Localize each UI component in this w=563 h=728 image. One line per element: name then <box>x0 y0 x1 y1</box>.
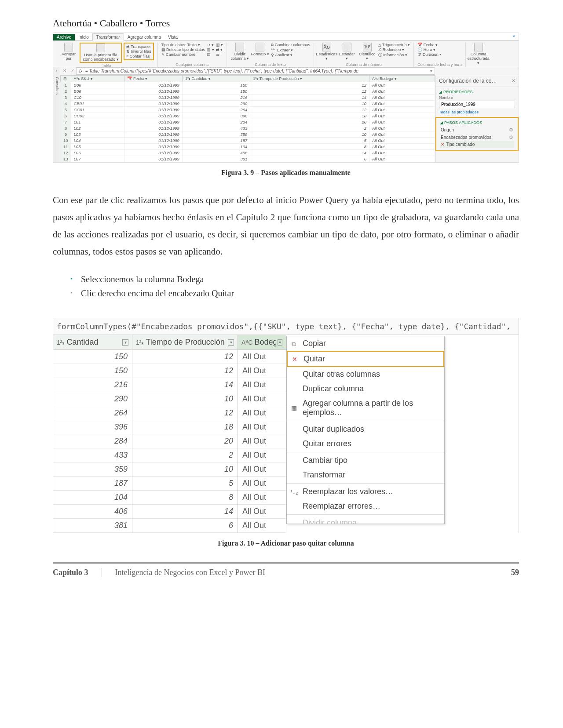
information-button[interactable]: ⓘ Información ▾ <box>378 52 410 58</box>
dropdown-icon[interactable]: ▾ <box>122 339 128 346</box>
use-first-row-button[interactable]: Usar la primera fila como encabezado ▾ <box>80 43 122 63</box>
header-tiempo[interactable]: 1²₃ Tiempo de Producción▾ <box>132 335 238 350</box>
cell[interactable]: 381 <box>53 519 132 533</box>
cell[interactable]: All Out <box>238 378 286 392</box>
menu-reemplazar-errores[interactable]: Reemplazar errores… <box>287 499 444 513</box>
cell[interactable]: 104 <box>53 491 132 505</box>
header-cantidad[interactable]: 1²₃ Cantidad▾ <box>53 335 132 350</box>
detect-type-button[interactable]: ▦ Detectar tipo de datos <box>161 47 205 52</box>
cell[interactable]: All Out <box>238 477 286 491</box>
table-row[interactable]: 1B0601/12/199915012All Out <box>61 82 435 88</box>
data-type-button[interactable]: Tipo de datos: Texto ▾ <box>161 43 205 47</box>
menu-copiar[interactable]: ⧉Copiar <box>287 336 444 351</box>
step-encabezados[interactable]: Encabezados promovidos⚙ <box>440 134 514 141</box>
table-row[interactable]: 10L0401/12/19991875All Out <box>61 138 435 144</box>
cell[interactable]: All Out <box>238 434 286 448</box>
menu-quitar[interactable]: ✕Quitar <box>287 351 444 367</box>
menu-transformar[interactable]: Transformar <box>287 468 444 482</box>
table-row[interactable]: 6CC0201/12/199939618All Out <box>61 113 435 119</box>
cell[interactable]: 433 <box>53 448 132 462</box>
cell[interactable]: 359 <box>53 462 132 477</box>
cell[interactable]: 406 <box>53 505 132 519</box>
col-cantidad[interactable]: 1²₃ Cantidad ▾ <box>182 76 250 82</box>
format-button[interactable]: Formato ▾ <box>251 43 269 57</box>
tab-transformar[interactable]: Transformar <box>92 33 124 41</box>
table-row[interactable]: 2B0601/12/199915012All Out <box>61 88 435 95</box>
cell[interactable]: All Out <box>238 505 286 519</box>
standard-button[interactable]: Estándar ▾ <box>338 43 356 61</box>
formula-bar[interactable]: fx = Table.TransformColumnTypes(#"Encabe… <box>76 67 435 75</box>
cell[interactable]: 264 <box>53 406 132 420</box>
close-pane-icon[interactable]: × <box>512 78 515 84</box>
header-bodega[interactable]: AᴮC Bodega▾ <box>238 335 286 350</box>
cell[interactable]: 12 <box>132 406 238 420</box>
fill-icon[interactable]: ▥ ▾ <box>207 47 214 52</box>
parse-button[interactable]: ⚲ Analizar ▾ <box>271 53 310 57</box>
replace-values-icon[interactable]: ↓₂ ▾ <box>207 43 214 47</box>
query-name-input[interactable] <box>439 101 515 108</box>
cell[interactable]: 150 <box>53 350 132 364</box>
col-tiempo[interactable]: 1²₃ Tiempo de Producción ▾ <box>250 76 369 82</box>
unpivot-icon[interactable]: ▥ ▾ <box>216 43 223 47</box>
move-icon[interactable]: ⇄ ▾ <box>216 47 223 52</box>
cell[interactable]: 284 <box>53 434 132 448</box>
cell[interactable]: All Out <box>238 462 286 477</box>
structured-column-button[interactable]: Columna estructurada ▾ <box>469 43 488 66</box>
all-properties-link[interactable]: Todas las propiedades <box>439 110 515 114</box>
cell[interactable]: All Out <box>238 420 286 434</box>
dropdown-icon[interactable]: ▾ <box>228 339 234 346</box>
pivot-icon[interactable]: ▤ <box>207 52 214 57</box>
cell[interactable]: 187 <box>53 477 132 491</box>
table-row[interactable]: 7L0101/12/199928420All Out <box>61 119 435 125</box>
duration-button[interactable]: ⏱ Duración ▾ <box>417 52 442 57</box>
cell[interactable]: 12 <box>132 364 238 378</box>
count-rows-button[interactable]: ≡ Contar filas <box>126 54 151 58</box>
cell[interactable]: All Out <box>238 406 286 420</box>
cell[interactable]: 2 <box>132 448 238 462</box>
reverse-rows-button[interactable]: ⇅ Invertir filas <box>126 49 151 54</box>
menu-duplicar[interactable]: Duplicar columna <box>287 382 444 396</box>
collapse-ribbon-icon[interactable]: ^ <box>509 34 519 40</box>
col-bodega[interactable]: Aᴮc Bodega ▾ <box>369 76 435 82</box>
menu-dividir[interactable]: Dividir columna <box>287 516 444 524</box>
step-origen[interactable]: Origen⚙ <box>440 126 514 134</box>
cell[interactable]: 14 <box>132 378 238 392</box>
cell[interactable]: 150 <box>53 364 132 378</box>
cell[interactable]: All Out <box>238 448 286 462</box>
rounding-button[interactable]: .0 Redondeo ▾ <box>378 47 410 52</box>
dropdown-icon[interactable]: ▾ <box>278 339 282 346</box>
trigonometry-button[interactable]: △ Trigonometría ▾ <box>378 43 410 47</box>
cell[interactable]: All Out <box>238 364 286 378</box>
convert-list-icon[interactable]: ☰ <box>216 52 223 57</box>
expand-queries-icon[interactable]: › <box>53 67 60 75</box>
table-row[interactable]: 9L0301/12/199935910All Out <box>61 131 435 138</box>
cell[interactable]: 5 <box>132 477 238 491</box>
menu-quitar-otras[interactable]: Quitar otras columnas <box>287 367 444 382</box>
menu-cambiar-tipo[interactable]: Cambiar tipo <box>287 453 444 468</box>
tab-vista[interactable]: Vista <box>165 34 181 40</box>
cell[interactable]: All Out <box>238 350 286 364</box>
split-column-button[interactable]: Dividir columna ▾ <box>230 43 249 61</box>
cell[interactable]: 12 <box>132 350 238 364</box>
queries-pane-collapsed[interactable]: Consultas <box>53 75 60 162</box>
step-tipo-cambiado[interactable]: ✕ Tipo cambiado <box>440 141 514 148</box>
time-button[interactable]: 🕐 Hora ▾ <box>417 47 442 52</box>
rename-button[interactable]: ✎ Cambiar nombre <box>161 52 205 57</box>
cell[interactable]: 14 <box>132 505 238 519</box>
cell[interactable]: All Out <box>238 519 286 533</box>
table-row[interactable]: 11L0501/12/19991048All Out <box>61 144 435 150</box>
group-by-button[interactable]: Agrupar por <box>59 43 78 61</box>
table-row[interactable]: 3C1001/12/199921614All Out <box>61 95 435 101</box>
statistics-button[interactable]: X̄σEstadísticas ▾ <box>318 43 336 61</box>
gear-icon[interactable]: ⚙ <box>509 127 513 133</box>
cell[interactable]: 8 <box>132 491 238 505</box>
menu-quitar-errores[interactable]: Quitar errores <box>287 437 444 451</box>
menu-agregar-ejemplos[interactable]: ▦Agregar columna a partir de los ejemplo… <box>287 396 444 420</box>
scientific-button[interactable]: 10²Científico ▾ <box>358 43 377 61</box>
merge-columns-button[interactable]: ⧉ Combinar columnas <box>271 43 310 47</box>
cell[interactable]: 6 <box>132 519 238 533</box>
menu-reemplazar-valores[interactable]: ¹↓₂Reemplazar los valores… <box>287 484 444 499</box>
cell[interactable]: 20 <box>132 434 238 448</box>
transpose-button[interactable]: ⇄ Transponer <box>126 44 151 49</box>
cell[interactable]: 10 <box>132 392 238 406</box>
